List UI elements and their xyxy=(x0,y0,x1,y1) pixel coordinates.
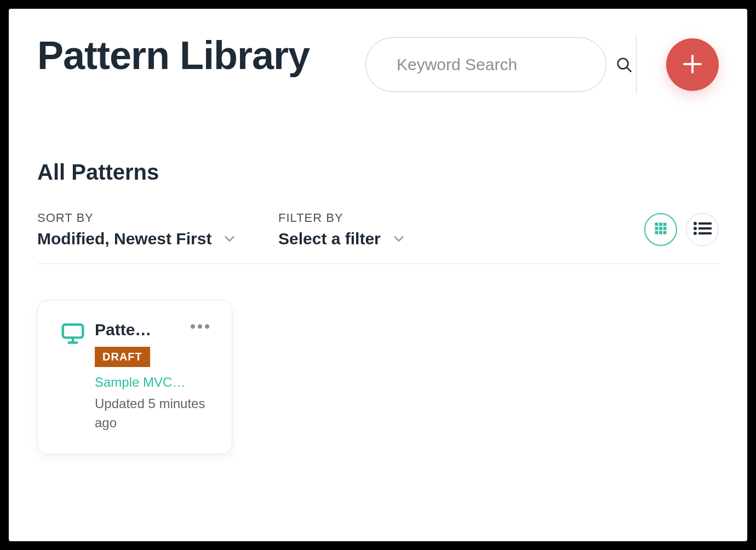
svg-rect-5 xyxy=(659,223,662,226)
list-view-button[interactable] xyxy=(686,213,719,246)
pattern-card[interactable]: Patte… DRAFT Sample MV xyxy=(37,300,232,454)
svg-rect-11 xyxy=(659,231,662,234)
svg-rect-10 xyxy=(655,231,658,234)
pattern-updated-meta: Updated 5 minutes ago xyxy=(95,394,212,433)
svg-point-0 xyxy=(618,59,628,69)
sort-by-label: SORT BY xyxy=(37,211,278,225)
grid-view-button[interactable] xyxy=(644,213,677,246)
card-menu-button[interactable] xyxy=(188,320,212,333)
sort-by-value: Modified, Newest First xyxy=(37,230,211,248)
more-icon xyxy=(190,322,210,331)
monitor-icon xyxy=(61,322,85,346)
filter-by-label: FILTER BY xyxy=(278,211,644,225)
add-button[interactable] xyxy=(666,38,719,91)
svg-point-22 xyxy=(191,324,195,329)
svg-rect-7 xyxy=(655,227,658,230)
section-title: All Patterns xyxy=(37,160,719,185)
plus-icon xyxy=(681,53,703,77)
svg-rect-8 xyxy=(659,227,662,230)
pattern-card-title: Patte… xyxy=(95,320,151,339)
page-title: Pattern Library xyxy=(37,35,310,77)
svg-point-23 xyxy=(198,324,202,329)
svg-point-24 xyxy=(205,324,209,329)
svg-rect-12 xyxy=(663,231,667,234)
pattern-source-link[interactable]: Sample MVC… xyxy=(95,375,204,390)
search-input[interactable] xyxy=(397,55,605,74)
search-icon xyxy=(616,56,632,73)
svg-rect-19 xyxy=(63,325,83,338)
svg-point-15 xyxy=(694,227,697,230)
filter-by-dropdown[interactable]: Select a filter xyxy=(278,230,644,248)
list-icon xyxy=(693,221,712,238)
svg-line-1 xyxy=(627,68,631,72)
svg-rect-18 xyxy=(698,232,712,234)
svg-rect-9 xyxy=(663,227,667,230)
svg-point-13 xyxy=(694,222,697,225)
status-badge: DRAFT xyxy=(95,347,150,367)
chevron-down-icon xyxy=(224,233,236,245)
svg-rect-6 xyxy=(663,223,667,226)
svg-rect-4 xyxy=(655,223,658,226)
search-container xyxy=(365,37,606,92)
sort-by-dropdown[interactable]: Modified, Newest First xyxy=(37,230,278,248)
grid-icon xyxy=(653,221,668,238)
filter-by-value: Select a filter xyxy=(278,230,381,248)
header-divider xyxy=(636,35,637,94)
svg-rect-14 xyxy=(698,222,712,225)
svg-point-17 xyxy=(694,232,697,235)
chevron-down-icon xyxy=(393,233,405,245)
svg-rect-16 xyxy=(698,227,712,230)
